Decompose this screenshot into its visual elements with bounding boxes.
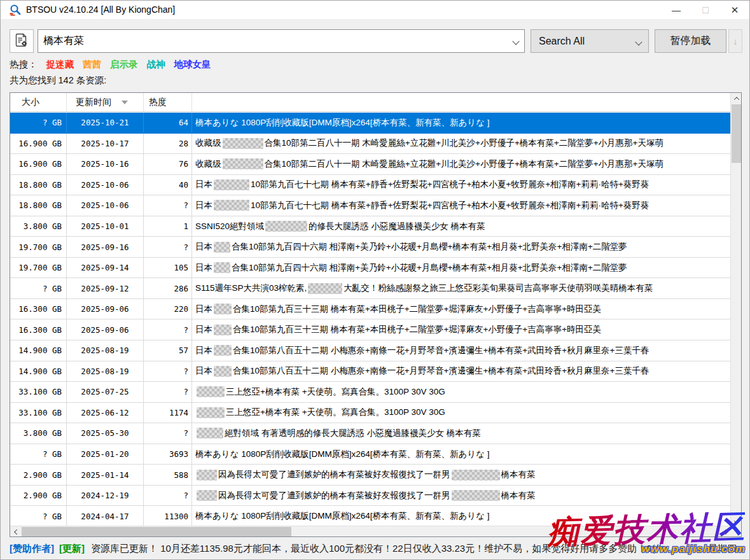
table-row[interactable]: 33.100 GB2025-06-121174 三上悠亞+橋本有菜 +天使萌。寫…: [10, 403, 732, 424]
column-header-size[interactable]: 大小: [10, 93, 67, 111]
title-text: 合集10部第二百八十一期 木崎愛麗絲+立花雛+川北美沙+小野優子+橋本有菜+二階…: [265, 158, 663, 170]
table-cell: 3693: [144, 444, 192, 465]
horizontal-scrollbar[interactable]: [10, 526, 732, 536]
search-input[interactable]: [43, 30, 501, 52]
censored-blur: [197, 407, 225, 418]
title-text: 合集10部第九百四十六期 相澤南+美乃鈴+小花暖+月島櫻+橋本有菜+相月葵+北野…: [232, 262, 627, 274]
table-cell: 絕對領域 有著透明感的修長大腿誘惑 小惡魔過膝襪美少女 橋本有菜: [192, 423, 732, 444]
search-dropdown-arrow-icon[interactable]: [512, 38, 519, 45]
sort-desc-icon: [122, 101, 128, 104]
results-body: ? GB2025-10-2164橋本ありな 1080P刮削收藏版[DMM原档]x…: [10, 113, 732, 527]
maximize-button[interactable]: ☐: [691, 1, 720, 20]
table-cell: 19.700 GB: [10, 258, 67, 278]
title-text: 合集10部第二百八十一期 木崎愛麗絲+立花雛+川北美沙+小野優子+橋本有菜+二階…: [265, 137, 663, 149]
title-text: 合集10部第九百三十三期 橋本有菜+本田桃子+二階堂夢+堀澤麻友+小野優子+吉高…: [233, 324, 601, 335]
hot-search-items: 捉迷藏茜茜启示录战神地球女皇: [38, 59, 211, 69]
column-header-heat[interactable]: 热度: [144, 93, 192, 111]
title-text: 大亂交！粉絲感謝祭之旅三上悠亞彩美旬果葵司吉高寧寧天使萌羽咲美晴橋本有菜: [344, 283, 653, 294]
table-cell: 收藏级合集10部第二百八十一期 木崎愛麗絲+立花雛+川北美沙+小野優子+橋本有菜…: [192, 134, 732, 154]
table-cell: 日本合集10部第八百五十二期 小梅惠奈+南條一花+月野琴音+濱邊彌生+橋本有菜+…: [192, 361, 732, 382]
vertical-scrollbar[interactable]: [730, 93, 741, 527]
app-window: BTSOU v24.10.24 [All By KiongChan] — ☐ ✕: [0, 0, 750, 560]
title-text: S115週年SP大共演03榨乾素,: [195, 283, 307, 294]
sponsor-link[interactable]: [赞助作者]: [10, 543, 54, 555]
censored-blur: [214, 325, 232, 335]
minimize-button[interactable]: —: [662, 1, 691, 20]
table-row[interactable]: 33.100 GB2025-07-25? 三上悠亞+橋本有菜 +天使萌。寫真合集…: [10, 382, 732, 403]
table-row[interactable]: 19.700 GB2025-09-16?日本合集10部第九百四十六期 相澤南+美…: [10, 237, 732, 258]
table-row[interactable]: 2.900 GB2025-01-14588 因為長得太可愛了遭到嫉妒的橋本有菜被…: [10, 465, 732, 486]
column-header-title[interactable]: [192, 93, 732, 111]
hot-search-item[interactable]: 茜茜: [83, 59, 101, 69]
title-text: 日本: [195, 262, 212, 274]
download-arrow-button[interactable]: ↓: [728, 29, 742, 53]
table-cell: 76: [144, 154, 192, 174]
table-cell: 2025-09-06: [67, 319, 144, 340]
censored-blur: [214, 200, 249, 211]
title-text: 橋本ありな 1080P刮削收藏版[DMM原档]x264[桥本有菜、新有菜、新あり…: [195, 449, 489, 460]
title-text: 合集10部第九百三十三期 橋本有菜+本田桃子+二階堂夢+堀澤麻友+小野優子+吉高…: [233, 304, 601, 315]
censored-blur: [214, 179, 249, 190]
table-cell: 14.900 GB: [10, 361, 67, 382]
horizontal-scroll-thumb[interactable]: [22, 527, 291, 536]
table-cell: 日本合集10部第九百三十三期 橋本有菜+本田桃子+二階堂夢+堀澤麻友+小野優子+…: [192, 299, 732, 319]
title-text: 橋本ありな 1080P刮削收藏版[DMM原档]x264[桥本有菜、新有菜、新あり…: [195, 117, 489, 129]
hot-search-item[interactable]: 捉迷藏: [46, 59, 74, 69]
table-row[interactable]: 19.700 GB2025-09-14105日本合集10部第九百四十六期 相澤南…: [10, 258, 732, 279]
table-row[interactable]: 16.900 GB2025-10-1728收藏级合集10部第二百八十一期 木崎愛…: [10, 134, 732, 155]
pause-loading-button[interactable]: 暂停加载: [655, 29, 726, 53]
table-row[interactable]: 16.300 GB2025-09-06?日本合集10部第九百三十三期 橋本有菜+…: [10, 319, 732, 340]
table-cell: 19.700 GB: [10, 237, 67, 257]
table-row[interactable]: 3.800 GB2025-05-30?絕對領域 有著透明感的修長大腿誘惑 小惡魔…: [10, 423, 732, 444]
table-row[interactable]: 14.900 GB2025-08-19?日本合集10部第八百五十二期 小梅惠奈+…: [10, 361, 732, 382]
window-title: BTSOU v24.10.24 [All By KiongChan]: [26, 4, 175, 15]
table-row[interactable]: ? GB2024-04-1711300橋本ありな 1080P刮削收藏版[DMM原…: [10, 506, 732, 527]
table-row[interactable]: ? GB2025-01-203693橋本ありな 1080P刮削收藏版[DMM原档…: [10, 444, 732, 465]
table-cell: 日本10部第九百七十七期 橋本有菜+靜香+佐野梨花+四宮桃子+柏木小夏+牧野麗奈…: [192, 175, 732, 195]
result-summary: 共为您找到 142 条资源:: [10, 74, 106, 87]
title-text: 三上悠亞+橋本有菜 +天使萌。寫真合集。3100P 30V 30G: [226, 407, 445, 418]
hot-search-item[interactable]: 战神: [147, 59, 165, 69]
table-row[interactable]: 16.900 GB2025-10-1676收藏级合集10部第二百八十一期 木崎愛…: [10, 154, 732, 175]
title-text: 絕對領域 有著透明感的修長大腿誘惑 小惡魔過膝襪美少女 橋本有菜: [225, 428, 481, 439]
table-cell: ?: [144, 423, 192, 444]
table-row[interactable]: ? GB2025-10-2164橋本ありな 1080P刮削收藏版[DMM原档]x…: [10, 113, 732, 134]
table-cell: 16.900 GB: [10, 154, 67, 174]
column-header-date[interactable]: 更新时间: [67, 93, 144, 111]
vertical-scroll-thumb[interactable]: [732, 104, 741, 163]
table-cell: 2025-08-19: [67, 361, 144, 382]
censored-blur: [223, 138, 263, 149]
hot-search-item[interactable]: 启示录: [110, 59, 138, 69]
title-text: 橋本有菜: [501, 469, 536, 480]
table-row[interactable]: 2.900 GB2024-12-19? 因為長得太可愛了遭到嫉妒的橋本有菜被好友…: [10, 486, 732, 507]
table-row[interactable]: ? GB2025-09-12286S115週年SP大共演03榨乾素, 大亂交！粉…: [10, 278, 732, 299]
table-cell: 日本合集10部第九百四十六期 相澤南+美乃鈴+小花暖+月島櫻+橋本有菜+相月葵+…: [192, 237, 732, 257]
hot-search-item[interactable]: 地球女皇: [174, 59, 211, 69]
table-cell: 40: [144, 175, 192, 195]
table-row[interactable]: 14.900 GB2025-08-1957日本合集10部第八百五十二期 小梅惠奈…: [10, 340, 732, 361]
table-cell: ? GB: [10, 506, 67, 526]
hot-search-row: 热搜：捉迷藏茜茜启示录战神地球女皇: [10, 59, 211, 71]
close-button[interactable]: ✕: [720, 1, 749, 20]
table-cell: 日本10部第九百七十七期 橋本有菜+靜香+佐野梨花+四宮桃子+柏木小夏+牧野麗奈…: [192, 195, 732, 216]
search-engine-select[interactable]: Search All: [531, 29, 649, 53]
update-link[interactable]: [更新]: [59, 543, 85, 555]
title-text: 因為長得太可愛了遭到嫉妒的橋本有菜被好友報復找了一群男: [218, 469, 450, 480]
table-cell: 588: [144, 465, 192, 485]
censored-blur: [223, 158, 263, 169]
title-text: 10部第九百七十七期 橋本有菜+靜香+佐野梨花+四宮桃子+柏木小夏+牧野麗奈+相…: [251, 179, 649, 190]
table-row[interactable]: 18.800 GB2025-10-0640日本10部第九百七十七期 橋本有菜+靜…: [10, 175, 732, 196]
censored-blur: [265, 221, 307, 232]
table-cell: 橋本ありな 1080P刮削收藏版[DMM原档]x264[桥本有菜、新有菜、新あり…: [192, 444, 732, 465]
title-text: 因為長得太可愛了遭到嫉妒的橋本有菜被好友報復找了一群男: [218, 490, 450, 501]
table-row[interactable]: 16.300 GB2025-09-06220日本合集10部第九百三十三期 橋本有…: [10, 299, 732, 320]
table-cell: ?: [144, 237, 192, 257]
scroll-left-button[interactable]: [10, 526, 21, 537]
table-row[interactable]: 18.800 GB2025-10-06?日本10部第九百七十七期 橋本有菜+靜香…: [10, 195, 732, 216]
table-row[interactable]: 3.800 GB2025-10-011SSNI520絕對領域 的修長大腿誘惑 小…: [10, 216, 732, 237]
search-settings-button[interactable]: [10, 29, 34, 53]
table-cell: 2024-12-19: [67, 486, 144, 506]
censored-blur: [214, 262, 230, 273]
scroll-up-button[interactable]: [731, 93, 742, 104]
chevron-up-icon: [733, 97, 739, 102]
